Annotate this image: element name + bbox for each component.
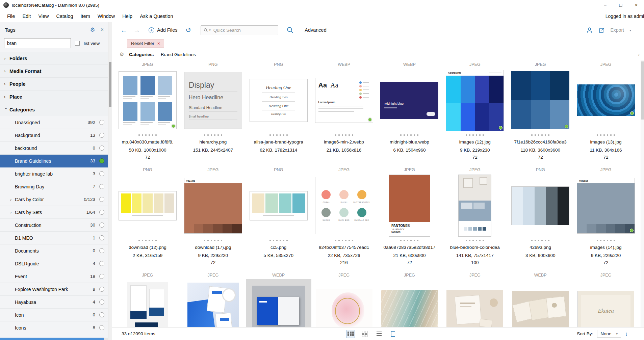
rating-dot[interactable] [335, 240, 336, 241]
rating-dot[interactable] [217, 134, 219, 136]
rating-dot[interactable] [142, 134, 143, 136]
category-radio[interactable] [99, 248, 104, 253]
rating-dot[interactable] [597, 240, 598, 241]
rating-dots[interactable] [531, 132, 549, 138]
rating-dot[interactable] [345, 240, 346, 241]
rating-dot[interactable] [204, 134, 205, 136]
rating-dot[interactable] [400, 240, 402, 241]
file-name[interactable]: midnight-blue.webp [390, 138, 429, 147]
category-explore-washington-park[interactable]: Explore Washington Park8 [0, 283, 108, 296]
category-dslrguide[interactable]: DSLRguide4 [0, 257, 108, 270]
menu-view[interactable]: View [34, 14, 52, 19]
file-name[interactable]: images (13).jpg [590, 138, 622, 147]
thumbnail-image[interactable]: AaAa Lorem Ipsum [315, 78, 373, 123]
rating-dot[interactable] [479, 240, 481, 241]
rating-dot[interactable] [607, 240, 608, 241]
rating-dots[interactable] [466, 132, 484, 138]
category-documents[interactable]: Documents0 [0, 244, 108, 257]
rating-dots[interactable] [335, 238, 353, 243]
thumbnail-image[interactable]: #8c9dad [577, 178, 635, 234]
rating-dot[interactable] [269, 240, 271, 241]
rating-dot[interactable] [548, 134, 549, 136]
chevron-right-icon[interactable]: › [10, 197, 15, 202]
grid-vertical-scrollbar[interactable] [641, 60, 644, 327]
rating-dot[interactable] [407, 240, 408, 241]
category-hayabusa[interactable]: Hayabusa4 [0, 296, 108, 309]
rating-dot[interactable] [603, 240, 605, 241]
rating-dot[interactable] [603, 134, 605, 136]
rating-dot[interactable] [280, 240, 281, 241]
chevron-right-icon[interactable]: › [4, 56, 9, 61]
thumbnail-image[interactable] [250, 191, 308, 220]
chevron-right-icon[interactable]: › [4, 81, 9, 86]
rating-dot[interactable] [414, 134, 415, 136]
rating-dot[interactable] [404, 240, 405, 241]
rating-dots[interactable] [138, 238, 157, 243]
rating-dot[interactable] [407, 134, 408, 136]
rating-dot[interactable] [352, 240, 353, 241]
rating-dot[interactable] [538, 240, 539, 241]
rating-dots[interactable] [335, 132, 353, 138]
category-radio[interactable] [99, 210, 104, 215]
grid-scrollbar-thumb[interactable] [641, 61, 644, 120]
rating-dot[interactable] [472, 134, 474, 136]
thumbnail-image[interactable]: CORALBLUSHBUTTERSCOTCHSMOKEDUCK EGGEMERA… [315, 177, 373, 234]
category-cars-by-sets[interactable]: ›Cars by Sets1/64 [0, 206, 108, 219]
rating-dot[interactable] [155, 134, 157, 136]
rating-dot[interactable] [273, 240, 274, 241]
rating-dots[interactable] [138, 132, 157, 138]
thumbnail-image[interactable] [119, 71, 177, 129]
category-radio[interactable] [99, 261, 104, 266]
thumbnail-image[interactable]: Heading OneHeading TwoHeading OneHeading… [250, 79, 308, 122]
advanced-search-link[interactable]: Advanced [305, 27, 327, 33]
rating-dot[interactable] [338, 134, 340, 136]
minimize-button[interactable]: − [597, 0, 613, 10]
rating-dot[interactable] [545, 240, 546, 241]
thumbnail-image[interactable]: Midnight blue [380, 82, 438, 119]
rating-dot[interactable] [600, 240, 601, 241]
rating-dot[interactable] [466, 134, 467, 136]
rating-dot[interactable] [214, 134, 215, 136]
rating-dot[interactable] [548, 240, 549, 241]
maximize-button[interactable]: □ [613, 0, 628, 10]
export-icon[interactable] [598, 27, 605, 33]
rating-dot[interactable] [476, 134, 477, 136]
rating-dot[interactable] [483, 134, 484, 136]
category-backround[interactable]: backround0 [0, 142, 108, 155]
category-radio[interactable] [99, 197, 104, 202]
sidebar-horizontal-scrollbar[interactable] [0, 338, 108, 340]
thumbnail-image[interactable]: DisplayHero HeadlineStandard HeadlineSma… [184, 72, 242, 129]
rating-dot[interactable] [286, 240, 288, 241]
rating-dot[interactable] [345, 134, 346, 136]
rating-dot[interactable] [155, 240, 157, 241]
category-brighter-image-lab[interactable]: brighter image lab3 [0, 167, 108, 180]
rating-dot[interactable] [138, 240, 140, 241]
rating-dot[interactable] [410, 240, 412, 241]
quick-search-caret-icon[interactable]: ▾ [209, 28, 211, 32]
rating-dot[interactable] [283, 240, 284, 241]
category-icons[interactable]: Icons8 [0, 321, 108, 334]
rating-dots[interactable] [269, 238, 288, 243]
tags-section-place[interactable]: ›Place [0, 90, 108, 103]
rating-dot[interactable] [349, 240, 350, 241]
file-name[interactable]: 42693.png [530, 243, 551, 252]
menu-edit[interactable]: Edit [19, 14, 34, 19]
file-name[interactable]: alisa-jane-brand-typogra [254, 138, 303, 147]
sidebar-scrollbar-thumb[interactable] [109, 62, 111, 107]
file-name[interactable]: 924bc09ffb3775457ead1 [319, 243, 369, 252]
thumbnail-image[interactable] [446, 290, 503, 328]
category-radio[interactable] [99, 223, 104, 228]
rating-dot[interactable] [269, 134, 271, 136]
tags-section-categories[interactable]: ›Categories [0, 103, 108, 116]
thumbnail-image[interactable] [511, 186, 569, 225]
rating-dot[interactable] [138, 134, 140, 136]
file-name[interactable]: download (17).jpg [195, 243, 231, 252]
rating-dot[interactable] [214, 240, 215, 241]
view-tiles-button[interactable] [360, 330, 369, 338]
menu-file[interactable]: File [3, 14, 19, 19]
file-name[interactable]: images (14).jpg [590, 243, 622, 252]
category-radio[interactable] [99, 184, 104, 189]
rating-dot[interactable] [597, 134, 598, 136]
category-radio[interactable] [99, 133, 104, 138]
file-name[interactable]: 0aa6872837a5e2df38d17 [383, 243, 435, 252]
